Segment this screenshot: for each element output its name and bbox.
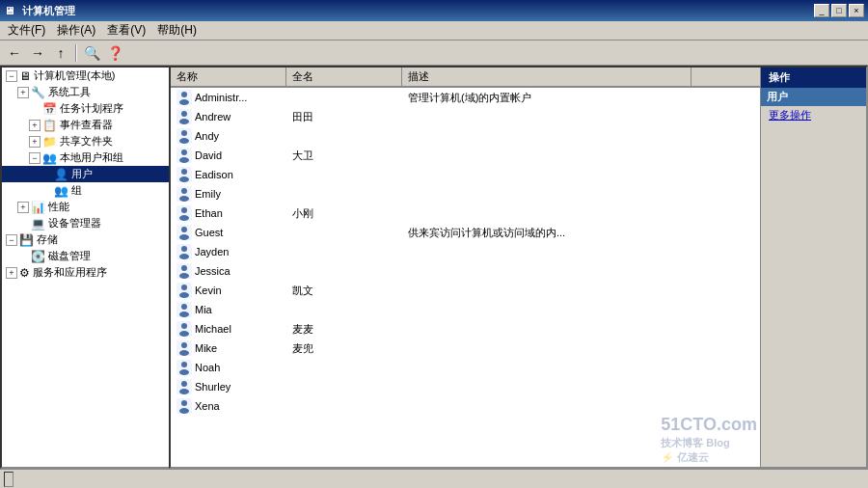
list-row-Noah[interactable]: Noah bbox=[171, 358, 760, 377]
forward-button[interactable]: → bbox=[27, 42, 48, 64]
svg-point-44 bbox=[179, 369, 189, 375]
tree-item-performance[interactable]: +📊性能 bbox=[2, 199, 169, 215]
svg-point-10 bbox=[181, 149, 187, 155]
cell-name-8: Jayden bbox=[171, 243, 286, 260]
list-row-Andrew[interactable]: Andrew田田 bbox=[171, 107, 760, 126]
tree-item-disk-mgr[interactable]: 💽磁盘管理 bbox=[2, 248, 169, 264]
expand-btn-storage[interactable]: − bbox=[6, 234, 17, 246]
back-button[interactable]: ← bbox=[4, 42, 25, 64]
svg-point-46 bbox=[181, 381, 187, 387]
expand-btn-system-tools[interactable]: + bbox=[17, 87, 29, 98]
user-icon-7 bbox=[176, 225, 192, 240]
svg-point-4 bbox=[181, 111, 187, 117]
list-header: 名称 全名 描述 bbox=[171, 68, 760, 88]
cell-name-4: Eadison bbox=[171, 166, 286, 183]
user-name-15: Shurley bbox=[195, 381, 231, 393]
cell-name-6: Ethan bbox=[171, 204, 286, 222]
cell-fullname-16 bbox=[286, 405, 402, 407]
tree-item-device-mgr[interactable]: 💻设备管理器 bbox=[2, 215, 169, 231]
svg-point-28 bbox=[181, 265, 187, 271]
tree-item-computer-mgmt[interactable]: −🖥计算机管理(本地) bbox=[2, 68, 169, 84]
status-panel bbox=[4, 472, 14, 487]
tree-label-storage: 存储 bbox=[37, 232, 58, 247]
list-row-Ethan[interactable]: Ethan小刚 bbox=[171, 203, 760, 223]
header-desc[interactable]: 描述 bbox=[402, 68, 692, 86]
cell-desc-8 bbox=[402, 251, 692, 253]
tree-item-shared-folders[interactable]: +📁共享文件夹 bbox=[2, 133, 169, 149]
expand-btn-local-users-groups[interactable]: − bbox=[29, 152, 41, 164]
close-button[interactable]: × bbox=[849, 4, 864, 17]
menu-item-文件(F)[interactable]: 文件(F) bbox=[2, 20, 51, 41]
tree-item-system-tools[interactable]: +🔧系统工具 bbox=[2, 84, 169, 100]
list-row-Xena[interactable]: Xena bbox=[171, 396, 760, 416]
minimize-button[interactable]: _ bbox=[814, 4, 829, 17]
user-name-12: Michael bbox=[195, 323, 231, 335]
cell-desc-12 bbox=[402, 328, 692, 330]
expand-btn-shared-folders[interactable]: + bbox=[29, 136, 41, 148]
cell-name-1: Andrew bbox=[171, 108, 286, 125]
list-row-Administr...[interactable]: Administr...管理计算机(域)的内置帐户 bbox=[171, 88, 760, 107]
cell-fullname-6: 小刚 bbox=[286, 205, 402, 222]
cell-name-10: Kevin bbox=[171, 282, 286, 299]
svg-point-17 bbox=[179, 196, 189, 202]
expand-btn-computer-mgmt[interactable]: − bbox=[6, 70, 17, 82]
header-name[interactable]: 名称 bbox=[171, 68, 286, 86]
action-section-users[interactable]: 用户 bbox=[761, 88, 866, 106]
expand-btn-event-viewer[interactable]: + bbox=[29, 120, 41, 131]
list-row-Andy[interactable]: Andy bbox=[171, 126, 760, 146]
tree-icon-performance: 📊 bbox=[31, 201, 45, 214]
tree-item-task-scheduler[interactable]: 📅任务计划程序 bbox=[2, 100, 169, 117]
toolbar-separator bbox=[75, 44, 77, 62]
list-row-Mia[interactable]: Mia bbox=[171, 300, 760, 319]
cell-fullname-13: 麦兜 bbox=[286, 340, 402, 357]
tree-icon-device-mgr: 💻 bbox=[31, 217, 45, 230]
tree-label-device-mgr: 设备管理器 bbox=[48, 216, 101, 230]
tree-item-services-apps[interactable]: +⚙服务和应用程序 bbox=[2, 264, 169, 281]
user-name-8: Jayden bbox=[195, 246, 229, 258]
menu-bar: 文件(F)操作(A)查看(V)帮助(H) bbox=[0, 21, 868, 41]
expand-btn-services-apps[interactable]: + bbox=[6, 267, 17, 279]
svg-point-14 bbox=[179, 176, 189, 182]
user-icon-6 bbox=[176, 205, 192, 221]
list-row-Mike[interactable]: Mike麦兜 bbox=[171, 339, 760, 358]
cell-desc-1 bbox=[402, 116, 692, 118]
expand-btn-task-scheduler bbox=[29, 103, 41, 115]
list-row-Shurley[interactable]: Shurley bbox=[171, 377, 760, 396]
cell-name-2: Andy bbox=[171, 127, 286, 145]
cell-desc-2 bbox=[402, 135, 692, 137]
expand-btn-disk-mgr bbox=[17, 251, 29, 262]
tree-item-groups[interactable]: 👥组 bbox=[2, 182, 169, 199]
tree-item-storage[interactable]: −💾存储 bbox=[2, 231, 169, 248]
svg-point-40 bbox=[181, 342, 187, 348]
menu-item-操作(A)[interactable]: 操作(A) bbox=[51, 20, 101, 41]
up-button[interactable]: ↑ bbox=[50, 42, 71, 64]
tree-item-local-users-groups[interactable]: −👥本地用户和组 bbox=[2, 149, 169, 166]
help-button[interactable]: ❓ bbox=[104, 42, 125, 64]
expand-btn-performance[interactable]: + bbox=[17, 202, 29, 213]
status-bar bbox=[0, 469, 868, 488]
header-fullname[interactable]: 全名 bbox=[286, 68, 402, 86]
list-row-Eadison[interactable]: Eadison bbox=[171, 165, 760, 184]
search-button[interactable]: 🔍 bbox=[81, 42, 102, 64]
list-row-Kevin[interactable]: Kevin凯文 bbox=[171, 281, 760, 300]
title-bar-buttons: _ □ × bbox=[814, 4, 864, 17]
list-row-David[interactable]: David大卫 bbox=[171, 146, 760, 165]
maximize-button[interactable]: □ bbox=[831, 4, 847, 17]
tree-item-event-viewer[interactable]: +📋事件查看器 bbox=[2, 117, 169, 133]
user-name-11: Mia bbox=[195, 304, 212, 315]
menu-item-帮助(H)[interactable]: 帮助(H) bbox=[151, 20, 203, 41]
expand-btn-groups bbox=[41, 185, 52, 197]
tree-item-users[interactable]: 👤用户 bbox=[2, 166, 169, 182]
cell-name-7: Guest bbox=[171, 224, 286, 241]
cell-fullname-1: 田田 bbox=[286, 109, 402, 125]
list-row-Emily[interactable]: Emily bbox=[171, 184, 760, 203]
list-row-Michael[interactable]: Michael麦麦 bbox=[171, 319, 760, 339]
cell-name-12: Michael bbox=[171, 320, 286, 338]
list-row-Jayden[interactable]: Jayden bbox=[171, 242, 760, 261]
user-name-3: David bbox=[195, 149, 222, 161]
action-item-更多操作[interactable]: 更多操作 bbox=[761, 106, 866, 124]
list-row-Guest[interactable]: Guest供来宾访问计算机或访问域的内... bbox=[171, 223, 760, 242]
list-row-Jessica[interactable]: Jessica bbox=[171, 261, 760, 281]
menu-item-查看(V)[interactable]: 查看(V) bbox=[101, 20, 151, 41]
title-bar-icon: 🖥 bbox=[4, 5, 14, 16]
